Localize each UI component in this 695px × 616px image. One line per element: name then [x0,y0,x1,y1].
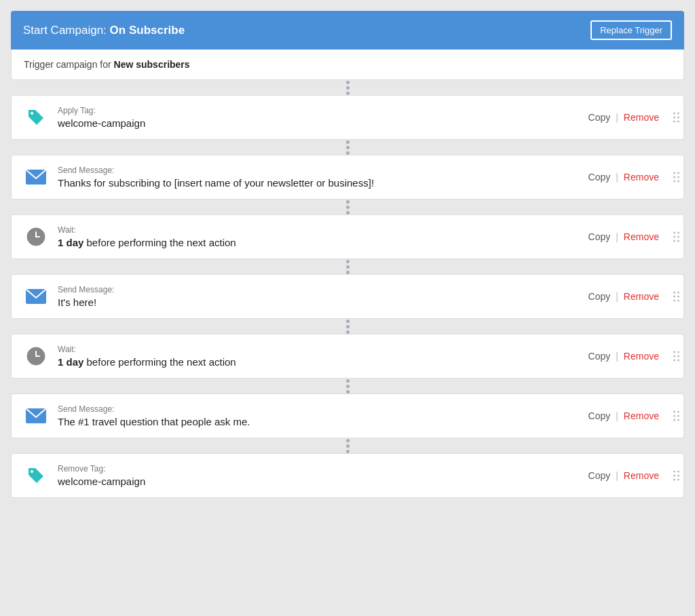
step-7-remove-button[interactable]: Remove [624,470,659,481]
step-4-actions: Copy | Remove [588,291,659,302]
connector-6 [11,379,684,393]
email-icon-3 [24,404,48,428]
step-3-label: Wait: [58,225,588,235]
step-send-message-2: Send Message: It's here! Copy | Remove [11,274,684,319]
replace-trigger-button[interactable]: Replace Trigger [590,20,672,40]
step-5-main: 1 day before performing the next action [58,356,588,368]
step-6-label: Send Message: [58,404,588,414]
step-1-actions: Copy | Remove [588,112,659,123]
step-1-divider: | [616,112,618,123]
step-3-drag-handle[interactable] [673,232,679,242]
step-5-label: Wait: [58,345,588,354]
campaign-header: Start Campaign: On Subscribe Replace Tri… [11,11,684,50]
connector-4 [11,259,684,274]
svg-point-0 [31,112,33,115]
connector-2 [11,140,684,155]
step-6-content: Send Message: The #1 travel question tha… [58,404,588,427]
step-2-label: Send Message: [58,166,588,175]
campaign-title: Start Campaign: On Subscribe [23,24,185,37]
step-7-main: welcome-campaign [58,476,588,487]
step-5-divider: | [616,351,618,362]
step-1-content: Apply Tag: welcome-campaign [58,106,588,129]
step-6-copy-button[interactable]: Copy [588,410,611,421]
connector-1 [11,80,684,95]
step-5-actions: Copy | Remove [588,351,659,362]
step-7-actions: Copy | Remove [588,470,659,481]
step-7-drag-handle[interactable] [673,471,679,481]
email-icon [24,165,48,189]
step-4-remove-button[interactable]: Remove [624,291,659,302]
campaign-container: Start Campaign: On Subscribe Replace Tri… [11,11,684,498]
tag-icon-2 [24,463,48,488]
connector-7 [11,438,684,453]
wait-icon [24,225,48,249]
step-send-message-1: Send Message: Thanks for subscribing to … [11,155,684,199]
step-3-copy-button[interactable]: Copy [588,231,611,242]
connector-dots [346,81,350,95]
step-6-actions: Copy | Remove [588,410,659,421]
step-4-label: Send Message: [58,285,588,294]
tag-icon [24,105,48,130]
step-1-main: welcome-campaign [58,117,588,129]
step-4-copy-button[interactable]: Copy [588,291,611,302]
step-2-remove-button[interactable]: Remove [624,172,659,182]
step-2-copy-button[interactable]: Copy [588,172,611,182]
step-wait-2: Wait: 1 day before performing the next a… [11,334,684,379]
connector-dot [346,92,350,95]
step-apply-tag-1: Apply Tag: welcome-campaign Copy | Remov… [11,95,684,140]
connector-3 [11,199,684,214]
step-2-drag-handle[interactable] [673,172,679,182]
step-1-label: Apply Tag: [58,106,588,115]
step-5-remove-button[interactable]: Remove [624,351,659,362]
step-4-main: It's here! [58,296,588,308]
step-7-divider: | [616,470,618,481]
step-5-drag-handle[interactable] [673,351,679,362]
step-3-divider: | [616,231,618,242]
step-4-drag-handle[interactable] [673,292,679,302]
step-7-label: Remove Tag: [58,464,588,474]
step-4-divider: | [616,291,618,302]
email-icon-2 [24,284,48,309]
step-remove-tag-1: Remove Tag: welcome-campaign Copy | Remo… [11,453,684,498]
step-2-divider: | [616,172,618,182]
step-1-remove-button[interactable]: Remove [624,112,659,123]
connector-5 [11,319,684,334]
step-1-copy-button[interactable]: Copy [588,112,611,123]
step-3-content: Wait: 1 day before performing the next a… [58,225,588,248]
step-4-content: Send Message: It's here! [58,285,588,308]
step-6-main: The #1 travel question that people ask m… [58,416,588,427]
svg-point-10 [31,470,33,473]
step-6-drag-handle[interactable] [673,411,679,421]
step-6-divider: | [616,410,618,421]
step-7-copy-button[interactable]: Copy [588,470,611,481]
step-5-copy-button[interactable]: Copy [588,351,611,362]
trigger-description: Trigger campaign for New subscribers [11,50,684,80]
step-1-drag-handle[interactable] [673,113,679,123]
step-3-main: 1 day before performing the next action [58,237,588,248]
step-2-main: Thanks for subscribing to [insert name o… [58,177,588,189]
connector-dot [346,81,350,84]
step-send-message-3: Send Message: The #1 travel question tha… [11,393,684,438]
wait-icon-2 [24,344,48,368]
step-wait-1: Wait: 1 day before performing the next a… [11,214,684,259]
step-2-content: Send Message: Thanks for subscribing to … [58,166,588,189]
step-7-content: Remove Tag: welcome-campaign [58,464,588,487]
step-3-actions: Copy | Remove [588,231,659,242]
step-6-remove-button[interactable]: Remove [624,410,659,421]
connector-dot [346,86,350,90]
step-5-content: Wait: 1 day before performing the next a… [58,345,588,368]
step-3-remove-button[interactable]: Remove [624,231,659,242]
step-2-actions: Copy | Remove [588,172,659,182]
